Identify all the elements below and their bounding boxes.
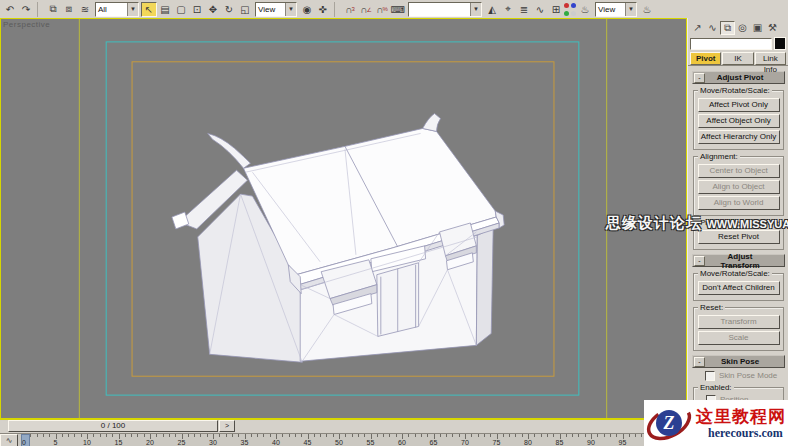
chevron-down-icon[interactable]: ▼ [625,3,636,16]
ruler-label: 50 [335,439,343,446]
rollout-title: Skin Pose [708,357,772,366]
chevron-down-icon[interactable]: ▼ [470,3,481,16]
named-selection-sets-dropdown[interactable]: ▼ [408,2,482,17]
time-slider[interactable]: 0 / 100 [8,420,218,432]
render-type-dropdown-value: View [596,5,625,14]
checkbox-box-icon[interactable] [705,371,715,381]
bind-to-space-warp-button[interactable]: ≋ [77,2,93,17]
angle-snap-toggle-button[interactable]: ∩∠ [358,2,374,17]
ruler-tick [194,434,195,437]
redo-button[interactable]: ↷ [18,2,34,17]
ruler-tick [74,434,75,437]
checkbox-skin-pose-mode[interactable]: Skin Pose Mode [705,370,786,381]
ruler-label: 35 [241,439,249,446]
rollout-header-adjust-pivot[interactable]: -Adjust Pivot [692,71,785,84]
percent-snap-toggle-button[interactable]: ∩% [374,2,390,17]
material-editor-button[interactable] [564,2,577,17]
rollout-header-skin-pose[interactable]: -Skin Pose [692,355,785,368]
don-t-affect-children-button[interactable]: Don't Affect Children [698,281,780,295]
ruler-tick [282,434,283,437]
house-model[interactable] [172,114,504,363]
ruler-tick [490,434,491,437]
time-slider-track[interactable]: 0 / 100 > [0,419,687,433]
ruler-tick [515,434,516,437]
ruler-tick [364,434,365,437]
modify-icon[interactable]: ∿ [705,21,720,35]
schematic-view-button[interactable]: ⊞ [548,2,564,17]
timeline-area: 0 / 100 > ∿ 0510152025303540455055606570… [0,419,687,446]
collapse-icon[interactable]: - [694,357,705,367]
collapse-icon[interactable]: - [694,73,705,83]
use-pivot-center-button[interactable]: ◉ [299,2,315,17]
chevron-down-icon[interactable]: ▼ [127,3,138,16]
select-object-button[interactable]: ↖ [141,2,157,17]
affect-object-only-button[interactable]: Affect Object Only [698,114,780,128]
rollout-header-adjust-transform[interactable]: -Adjust Transform [692,254,785,267]
select-and-scale-button[interactable]: ◱ [237,2,253,17]
ruler-label: 20 [146,439,154,446]
render-type-dropdown[interactable]: View▼ [595,2,637,17]
ruler-tick [541,434,542,437]
ruler-tick [219,434,220,437]
select-and-rotate-button[interactable]: ↻ [221,2,237,17]
affect-hierarchy-only-button[interactable]: Affect Hierarchy Only [698,130,780,144]
viewport-label[interactable]: Perspective [3,20,50,29]
ruler-tick [585,434,586,437]
layer-manager-button[interactable]: ≣ [516,2,532,17]
motion-icon[interactable]: ◎ [735,21,750,35]
track-bar[interactable]: ∿ 05101520253035404550556065707580859095 [0,433,687,446]
transform-button: Transform [698,315,780,329]
tab-link-info[interactable]: Link Info [755,52,786,65]
viewport-canvas[interactable] [1,19,686,418]
ruler-tick [238,434,239,437]
toolbar-separator [37,2,43,17]
mirror-button[interactable]: ◭ [484,2,500,17]
window-crossing-button[interactable]: ⊡ [189,2,205,17]
ruler-tick [578,434,579,437]
ruler-tick [383,434,384,437]
tab-pivot[interactable]: Pivot [690,52,721,65]
herecours-logo: Z 这里教程网 herecours.com [644,400,788,446]
next-frame-button[interactable]: > [219,420,235,432]
group-label: Move/Rotate/Scale: [698,86,772,95]
group-move-rotate-scale-: Move/Rotate/Scale:Affect Pivot OnlyAffec… [693,90,784,150]
ruler-tick [43,434,44,437]
undo-button[interactable]: ↶ [2,2,18,17]
perspective-viewport[interactable]: Perspective [0,18,687,419]
display-icon[interactable]: ▣ [750,21,765,35]
affect-pivot-only-button[interactable]: Affect Pivot Only [698,98,780,112]
ruler-tick [62,434,63,437]
quick-render-button[interactable]: ♨ [639,2,655,17]
selection-filter-dropdown[interactable]: All▼ [95,2,139,17]
unlink-selection-button[interactable]: ⧈ [61,2,77,17]
object-color-swatch[interactable] [774,37,786,50]
select-and-link-button[interactable]: ⧉ [45,2,61,17]
select-and-move-button[interactable]: ✥ [205,2,221,17]
render-setup-button[interactable]: ♨ [577,2,593,17]
curve-editor-button[interactable]: ∿ [532,2,548,17]
ruler-tick [100,434,101,437]
ruler-label: 5 [54,439,58,446]
watermark-site-text: WWW.MISSYUAN.COM [706,218,788,230]
hierarchy-icon[interactable]: ⧉ [720,21,735,35]
ruler-tick [629,434,630,437]
object-name-input[interactable] [690,38,772,50]
tab-ik[interactable]: IK [722,52,753,65]
chevron-down-icon[interactable]: ▼ [285,3,296,16]
keyboard-override-button[interactable]: ⌨ [390,2,406,17]
utilities-icon[interactable]: ⚒ [765,21,780,35]
open-mini-curve-editor-button[interactable]: ∿ [0,434,18,446]
collapse-icon[interactable]: - [694,256,705,266]
select-by-name-button[interactable]: ▤ [157,2,173,17]
missyuan-watermark: 思缘设计论坛 WWW.MISSYUAN.COM [606,214,788,233]
align-button[interactable]: ⌖ [500,2,516,17]
create-icon[interactable]: ↗ [690,21,705,35]
ruler-label: 60 [398,439,406,446]
rectangular-selection-button[interactable]: ▢ [173,2,189,17]
snap-3d-toggle-button[interactable]: ∩3 [342,2,358,17]
reference-coordinate-dropdown[interactable]: View▼ [255,2,297,17]
select-and-manipulate-button[interactable]: ✜ [315,2,331,17]
rollout-title: Adjust Transform [708,252,772,270]
ruler-tick [68,434,69,437]
ruler-tick [163,434,164,437]
